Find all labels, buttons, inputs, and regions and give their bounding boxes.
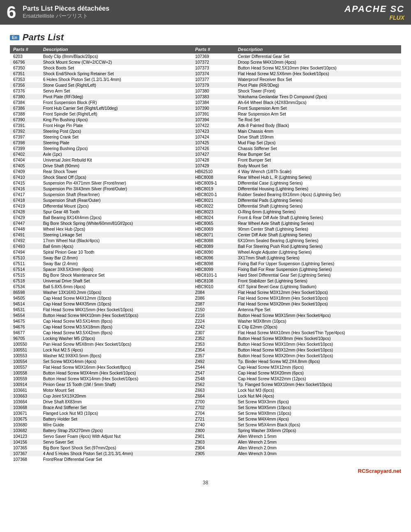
part-number-right: 107427	[192, 151, 235, 157]
part-number-left: 100914	[10, 382, 40, 387]
part-desc-right: Button Head Screw M3X20mm (Hex Socket/10…	[235, 353, 401, 359]
col-header-parts1: Parts #	[10, 45, 40, 53]
parts-title-row: En Parts List	[10, 32, 401, 43]
part-number-left: 94677	[10, 330, 40, 335]
part-number-left: 67447	[10, 220, 40, 226]
part-number-right: 107373	[192, 65, 235, 71]
part-number-left: 67419	[10, 203, 40, 209]
table-row: 100554Set Screw M3X14mm (4pcs)Z492Tp. Bi…	[10, 359, 401, 364]
part-desc-left: Ball 5.8X5.6mm (4pcs)	[40, 284, 185, 289]
part-desc-left: Pinion Gear 15 Tooth (1M / 5mm Shaft)	[40, 382, 185, 387]
part-number-right: Z354	[192, 347, 235, 353]
part-number-left: 107368	[10, 456, 40, 462]
page-header: 6 Parts List Pièces détachées Ersatzteil…	[0, 0, 411, 25]
part-desc-left: Brace And Stiffener Set	[40, 405, 185, 410]
part-desc-left: 4 And 5 Holes Shock Piston Set (1.2/1.3/…	[40, 451, 185, 456]
part-desc-right: Wheel Angle Adjuster (Lightning Series)	[235, 249, 401, 255]
table-row: 67410Shock Stand Off (2pcs)HBC8008Rear W…	[10, 174, 401, 180]
part-number-left: 100550	[10, 341, 40, 347]
part-number-right: Z721	[192, 416, 235, 422]
table-row: 94554Button Head Screw M4X10mm (Hex Sock…	[10, 312, 401, 318]
table-row: 67515Big Bore Shock Maintenance SetHBC81…	[10, 272, 401, 278]
part-desc-right: Ah-64 Wheel Black (42X83mm/2pcs)	[235, 99, 401, 105]
part-number-right: HBC8096	[192, 255, 235, 261]
part-number-right: Z544	[192, 364, 235, 370]
part-number-right: HBC8024	[192, 215, 235, 220]
part-desc-left: Sway Bar (2.8mm)	[40, 255, 185, 261]
part-number-left: 67388	[10, 111, 40, 117]
logo-apache-text: APACHE SC	[344, 4, 404, 14]
part-number-right: 107391	[192, 111, 235, 117]
page-footer: 38	[0, 476, 411, 490]
part-desc-left: Steering Linkage Set	[40, 232, 185, 238]
part-number-left: 67390	[10, 117, 40, 123]
part-number-right: HBC8020-1	[192, 192, 235, 197]
part-desc-right: Spring Washer 3X6mm (20pcs)	[235, 428, 401, 433]
part-number-left: 67492	[10, 238, 40, 243]
table-row: 94531Flat Head Screw M4X15mm (Hex Socket…	[10, 307, 401, 312]
parts-table: Parts # Description Parts # Description …	[10, 45, 401, 462]
part-number-right: Z800	[192, 428, 235, 433]
table-row: 67391Front Hinge Pin Plate107422Attk-8 P…	[10, 123, 401, 128]
part-number-right: HBC8065	[192, 220, 235, 226]
table-row: 94514Cap Head Screw M4X35mm (10pcs)Z087F…	[10, 301, 401, 307]
part-number-left: 103671	[10, 410, 40, 416]
part-number-left: 67416	[10, 186, 40, 192]
part-desc-right: Cap Head Screw M3X12mm (6pcs)	[235, 364, 401, 370]
part-desc-left: Washer 13X16X0.2mm (10pcs)	[40, 289, 185, 295]
part-number-right: Z086	[192, 295, 235, 301]
part-number-left: 67409	[10, 169, 40, 174]
part-number-left: 67402	[10, 151, 40, 157]
part-desc-right: Front Suspension Arm Set	[235, 105, 401, 111]
part-desc-right: Droop Screw M4X10mm (4pcs)	[235, 59, 401, 65]
part-desc-right: Flat Head Screw M3X12mm (Hex Socket/10pc…	[235, 289, 401, 295]
part-desc-left: Axle (1pc)	[40, 151, 185, 157]
table-row: 67429Ball Bearing 8X14X4mm (2pcs)HBC8024…	[10, 215, 401, 220]
part-number-left: 67417	[10, 192, 40, 197]
table-row: 67491Steering Linkage SetHBC8071Center D…	[10, 232, 401, 238]
part-number-left: 100557	[10, 364, 40, 370]
part-number-left: 104123	[10, 433, 40, 439]
table-row: 67428Spur Gear 48 ToothHBC8023O-Ring 6mm…	[10, 209, 401, 215]
part-number-left: 67429	[10, 215, 40, 220]
part-desc-right: Flat Head Screw M4X10mm (Hex Socket/Thin…	[235, 330, 401, 335]
part-number-right: 107377	[192, 76, 235, 82]
part-desc-left: Wire Guide	[40, 422, 185, 428]
part-desc-left: Steering Post (2pcs)	[40, 128, 185, 134]
part-number-right: 107394	[192, 117, 235, 123]
part-number-right: 107423	[192, 128, 235, 134]
part-number-right: Z150	[192, 307, 235, 312]
part-number-right: 107380	[192, 88, 235, 94]
part-desc-left: Flat Head Screw M3X16mm (Hex Socket/8pcs…	[40, 364, 185, 370]
part-desc-left: Big Bore Sport Shock Set (97mm/2pcs)	[40, 445, 185, 451]
part-desc-left: Pivot Plate (RF/3deg)	[40, 94, 185, 99]
watermark: RCScrapyard.net	[0, 466, 411, 476]
part-desc-right: Allen Wrench 2.5mm	[235, 439, 401, 445]
part-desc-left: Cap Head Screw M3.5X18mm (8pcs)	[40, 324, 185, 330]
part-number-left: 94554	[10, 312, 40, 318]
part-number-left: 67534	[10, 284, 40, 289]
part-number-right: 107390	[192, 105, 235, 111]
table-row: 94505Cap Head Screw M4X12mm (10pcs)Z086F…	[10, 295, 401, 301]
part-number-left: 67399	[10, 146, 40, 151]
table-row: 94675Cap Head Screw M3.5X14mm (8pcs)Z224…	[10, 318, 401, 324]
part-desc-left: Button Head Screw M4X10mm (Hex Socket/10…	[40, 312, 185, 318]
part-desc-left: Shock Stand Off (2pcs)	[40, 174, 185, 180]
part-desc-right: Center Diff Axle Shaft (Lightning Series…	[235, 232, 401, 238]
part-desc-left: Drive Shaft 8X83mm	[40, 399, 185, 405]
part-desc-left: Suspension Shaft (Rear/Outer)	[40, 197, 185, 203]
part-desc-left: Front Hinge Pin Plate	[40, 123, 185, 128]
part-desc-right: Shock Tower (Front)	[235, 88, 401, 94]
part-desc-left: Spacer 3X8.5X3mm (6pcs)	[40, 266, 185, 272]
part-desc-left: Body Clip (8mm/Black/20pcs)	[40, 53, 185, 59]
part-desc-right: Differential Housing (Lightning Series)	[235, 186, 401, 192]
table-row: 67399Steering Bushing (2pcs)107426Chassi…	[10, 146, 401, 151]
part-desc-right: Button Head Screw M2.5X10mm (Hex Socket/…	[235, 65, 401, 71]
part-desc-right: Button Head Screw M3X12mm (Hex Socket/10…	[235, 347, 401, 353]
part-desc-right: Differential Shaft (Lightning Series)	[235, 203, 401, 209]
table-row: 67518Universal Drive Shaft SetHBC8108Fro…	[10, 278, 401, 284]
part-number-right: 107426	[192, 146, 235, 151]
part-number-right: HBC8019	[192, 186, 235, 192]
part-desc-right: Lock Nut M3 (6pcs)	[235, 387, 401, 393]
table-row: 100550Pan Head Screw M5X8mm (Hex Socket/…	[10, 341, 401, 347]
